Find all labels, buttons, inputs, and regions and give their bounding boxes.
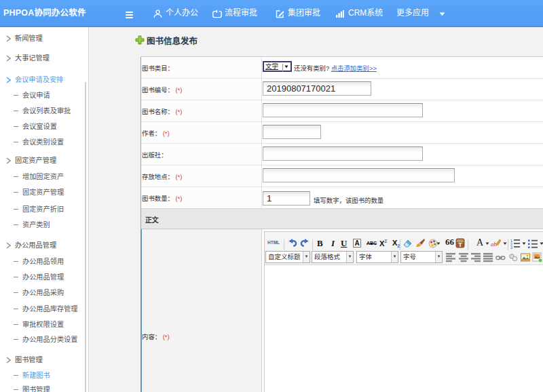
svg-text:T: T [458,241,462,248]
svg-text:3: 3 [510,246,512,250]
